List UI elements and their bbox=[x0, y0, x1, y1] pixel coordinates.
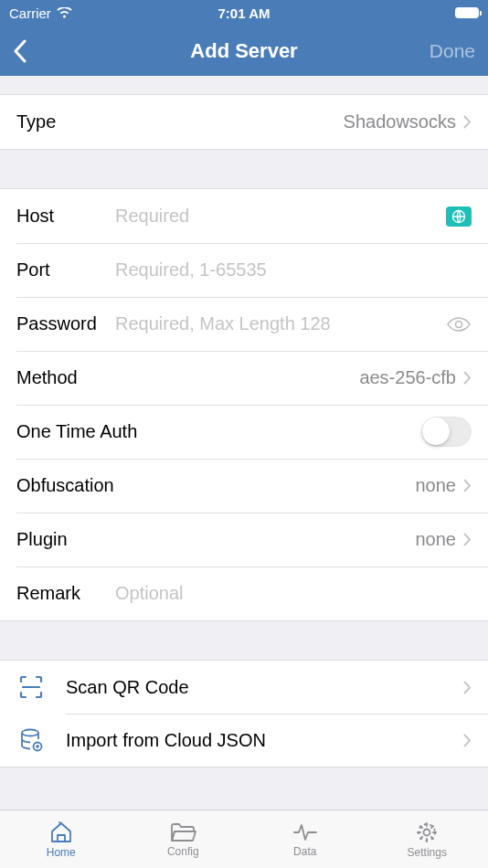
host-row[interactable]: Host bbox=[0, 189, 488, 243]
qr-scan-icon bbox=[18, 674, 44, 700]
type-row[interactable]: Type Shadowsocks bbox=[0, 95, 488, 149]
obfuscation-value: none bbox=[416, 475, 464, 496]
port-label: Port bbox=[16, 259, 115, 281]
remark-input[interactable] bbox=[115, 583, 472, 604]
svg-point-1 bbox=[456, 321, 462, 327]
nav-bar: Add Server Done bbox=[0, 26, 488, 76]
globe-badge[interactable] bbox=[446, 206, 472, 227]
type-label: Type bbox=[16, 111, 115, 132]
obfuscation-label: Obfuscation bbox=[16, 475, 114, 496]
method-label: Method bbox=[16, 367, 115, 388]
plugin-label: Plugin bbox=[16, 529, 115, 550]
chevron-right-icon bbox=[463, 734, 472, 747]
password-label: Password bbox=[16, 313, 115, 334]
plugin-value: none bbox=[416, 529, 464, 550]
carrier-label: Carrier bbox=[9, 5, 51, 21]
tab-settings-label: Settings bbox=[408, 846, 447, 859]
globe-icon bbox=[451, 209, 466, 224]
password-input[interactable] bbox=[115, 313, 439, 334]
chevron-right-icon bbox=[463, 479, 472, 492]
time-label: 7:01 AM bbox=[218, 5, 271, 21]
scan-qr-row[interactable]: Scan QR Code bbox=[0, 661, 488, 714]
plugin-row[interactable]: Plugin none bbox=[0, 513, 488, 566]
tab-data[interactable]: Data bbox=[244, 810, 366, 868]
wifi-icon bbox=[57, 7, 72, 19]
status-bar: Carrier 7:01 AM bbox=[0, 0, 488, 26]
host-label: Host bbox=[16, 206, 115, 227]
svg-point-2 bbox=[22, 730, 38, 736]
obfuscation-row[interactable]: Obfuscation none bbox=[0, 459, 488, 513]
gear-icon bbox=[415, 820, 439, 844]
svg-point-4 bbox=[424, 829, 430, 835]
tab-home-label: Home bbox=[47, 846, 76, 859]
host-input[interactable] bbox=[115, 206, 439, 227]
import-cloud-label: Import from Cloud JSON bbox=[66, 730, 266, 751]
method-value: aes-256-cfb bbox=[359, 367, 463, 388]
tab-data-label: Data bbox=[293, 845, 316, 858]
tab-settings[interactable]: Settings bbox=[366, 810, 489, 868]
scan-qr-label: Scan QR Code bbox=[66, 677, 189, 698]
done-button[interactable]: Done bbox=[430, 40, 475, 62]
tab-home[interactable]: Home bbox=[0, 810, 122, 868]
method-row[interactable]: Method aes-256-cfb bbox=[0, 351, 488, 405]
port-row[interactable]: Port bbox=[0, 243, 488, 297]
eye-icon[interactable] bbox=[446, 315, 472, 333]
tab-bar: Home Config Data Settings bbox=[0, 810, 488, 868]
battery-icon bbox=[455, 7, 479, 18]
chevron-right-icon bbox=[463, 371, 472, 385]
remark-label: Remark bbox=[16, 583, 115, 604]
import-cloud-row[interactable]: Import from Cloud JSON bbox=[0, 714, 488, 767]
folder-icon bbox=[169, 821, 196, 843]
chevron-right-icon bbox=[463, 115, 472, 129]
ota-label: One Time Auth bbox=[16, 421, 137, 442]
ota-row: One Time Auth bbox=[0, 405, 488, 459]
password-row[interactable]: Password bbox=[0, 297, 488, 351]
tab-config-label: Config bbox=[167, 845, 199, 858]
database-add-icon bbox=[18, 727, 44, 753]
back-button[interactable] bbox=[13, 39, 27, 63]
home-icon bbox=[48, 820, 74, 844]
chevron-right-icon bbox=[463, 681, 472, 694]
remark-row[interactable]: Remark bbox=[0, 566, 488, 620]
chevron-right-icon bbox=[463, 533, 472, 546]
tab-config[interactable]: Config bbox=[122, 810, 245, 868]
activity-icon bbox=[292, 821, 318, 843]
ota-toggle[interactable] bbox=[421, 417, 472, 447]
type-value: Shadowsocks bbox=[344, 111, 463, 132]
port-input[interactable] bbox=[115, 259, 472, 281]
nav-title: Add Server bbox=[190, 39, 297, 63]
